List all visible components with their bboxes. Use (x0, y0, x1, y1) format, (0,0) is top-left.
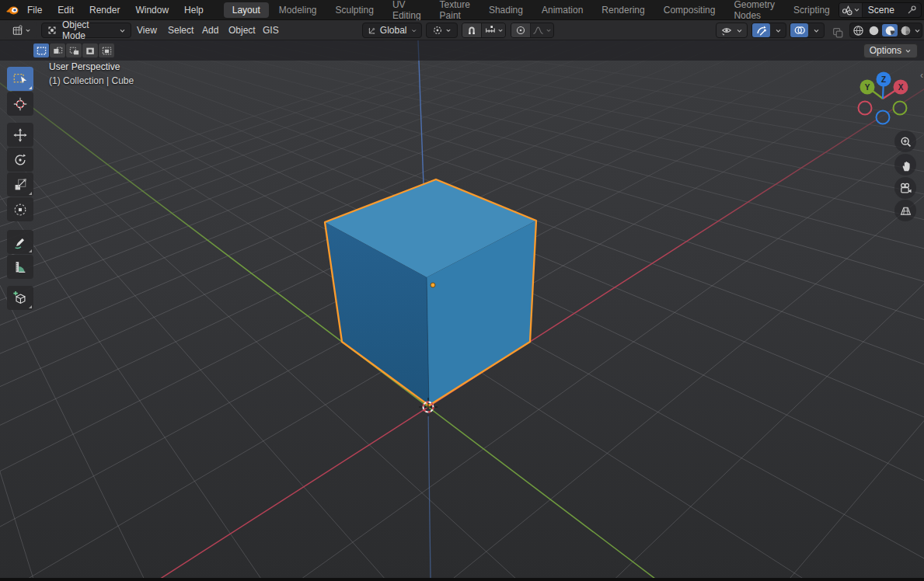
shading-material-button[interactable] (882, 24, 898, 37)
chevron-down-icon (853, 6, 860, 13)
tool-measure[interactable] (7, 255, 33, 279)
pivot-point-icon (432, 25, 443, 36)
tab-shading[interactable]: Shading (480, 2, 532, 18)
show-overlays-toggle[interactable] (790, 23, 808, 37)
menu-help[interactable]: Help (176, 0, 211, 20)
select-mode-subtract[interactable] (66, 43, 82, 57)
overlays-widget (790, 23, 825, 38)
wireframe-shading-icon (853, 25, 864, 37)
tool-cursor[interactable] (7, 92, 33, 116)
chevron-down-icon (813, 27, 820, 34)
transform-orientation-dropdown[interactable]: Global (362, 23, 422, 38)
rendered-shading-icon (900, 25, 912, 37)
scene-name[interactable]: Scene (863, 5, 907, 16)
gizmo-axis-label: Y (865, 83, 870, 92)
toggle-orthographic-button[interactable] (894, 200, 916, 221)
collapse-sidebar-chevron[interactable]: ‹ (920, 70, 923, 81)
pivot-point-dropdown[interactable] (426, 23, 458, 38)
pan-view-button[interactable] (894, 154, 916, 176)
tab-compositing[interactable]: Compositing (655, 2, 724, 18)
gizmo-axis-neg-y[interactable] (894, 102, 907, 115)
proportional-falloff-dropdown[interactable] (530, 23, 553, 37)
shading-mode-group (849, 23, 922, 38)
chevron-down-icon (445, 27, 452, 33)
proportional-editing-icon (515, 25, 526, 36)
tab-modeling[interactable]: Modeling (270, 2, 326, 18)
tool-select-box[interactable] (7, 67, 33, 91)
object-origin-dot[interactable] (431, 283, 435, 287)
3d-cursor-tool-icon (12, 96, 28, 112)
snap-increment-icon (484, 25, 496, 36)
tool-annotate[interactable] (7, 230, 33, 254)
menu-window[interactable]: Window (127, 0, 176, 20)
gizmos-widget (751, 23, 786, 38)
select-mode-set[interactable] (33, 43, 49, 57)
orientation-label: Global (380, 25, 407, 36)
proportional-edit-widget (511, 23, 554, 38)
shading-rendered-button[interactable] (898, 24, 913, 37)
hand-icon (899, 158, 912, 172)
visibility-dropdown[interactable] (716, 23, 748, 38)
select-mode-intersect[interactable] (99, 43, 114, 57)
measure-icon (12, 259, 28, 275)
add-cube-icon (12, 290, 28, 306)
gizmo-axis-neg-x[interactable] (859, 102, 872, 115)
menu-file[interactable]: File (19, 0, 50, 20)
view-name-label: User Perspective (49, 61, 120, 72)
camera-view-button[interactable] (894, 177, 916, 199)
gizmo-dropdown[interactable] (770, 23, 786, 37)
transform-icon (12, 202, 28, 217)
shading-solid-button[interactable] (866, 24, 881, 37)
options-button[interactable]: Options (863, 43, 918, 58)
chevron-down-icon (736, 27, 743, 34)
tool-scale[interactable] (7, 172, 33, 197)
tab-layout[interactable]: Layout (224, 2, 269, 18)
overlays-dropdown[interactable] (808, 23, 824, 37)
scale-icon (12, 177, 28, 193)
menu-gis[interactable]: GIS (255, 23, 287, 38)
move-icon (12, 127, 28, 143)
tab-animation[interactable]: Animation (533, 2, 591, 18)
select-mode-group (33, 43, 114, 57)
tab-rendering[interactable]: Rendering (593, 2, 653, 18)
shading-dropdown[interactable] (914, 24, 921, 37)
pin-icon[interactable] (907, 5, 917, 15)
3d-viewport[interactable]: XYZ Options (0, 40, 924, 578)
tool-add-cube[interactable] (7, 286, 33, 310)
scene-icon (841, 4, 853, 16)
mode-dropdown[interactable]: Object Mode (41, 23, 131, 38)
scene-selector[interactable]: Scene (839, 2, 922, 18)
select-mode-extend[interactable] (50, 43, 65, 57)
proportional-editing-toggle[interactable] (511, 23, 530, 37)
zoom-icon (899, 135, 912, 148)
chevron-down-icon (914, 27, 921, 34)
tool-transform[interactable] (7, 197, 33, 221)
perspective-grid-icon (899, 204, 912, 217)
menu-view[interactable]: View (129, 23, 165, 38)
menu-edit[interactable]: Edit (50, 0, 82, 20)
chevron-down-icon (497, 27, 504, 33)
blender-logo-icon[interactable] (5, 4, 19, 16)
snap-toggle-button[interactable] (462, 23, 481, 37)
camera-icon (898, 182, 912, 195)
chevron-down-icon (119, 27, 126, 34)
chevron-down-icon (905, 47, 912, 54)
tool-rotate[interactable] (7, 148, 33, 172)
mode-label: Object Mode (62, 19, 114, 41)
show-gizmo-toggle[interactable] (752, 23, 770, 37)
snap-target-dropdown[interactable] (481, 23, 505, 37)
rotate-icon (12, 152, 28, 168)
menu-render[interactable]: Render (82, 0, 127, 20)
zoom-view-button[interactable] (894, 130, 916, 152)
tab-scripting[interactable]: Scripting (785, 2, 839, 18)
select-mode-invert[interactable] (82, 43, 98, 57)
tool-move[interactable] (7, 123, 33, 147)
editor-type-button[interactable] (5, 23, 37, 38)
xray-toggle[interactable] (828, 23, 847, 42)
magnet-icon (466, 25, 477, 36)
shading-wireframe-button[interactable] (851, 24, 866, 37)
gizmo-icon (755, 25, 767, 37)
gizmo-axis-neg-z[interactable] (877, 111, 890, 124)
tab-sculpting[interactable]: Sculpting (327, 2, 382, 18)
viewport-canvas[interactable]: XYZ (0, 40, 924, 578)
